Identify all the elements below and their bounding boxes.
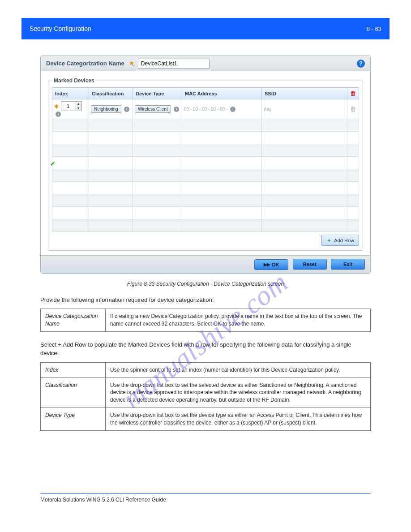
classification-dropdown[interactable]: Neighboring [91, 105, 121, 113]
table-row [52, 169, 359, 182]
edit-pencil-icon[interactable] [50, 161, 56, 167]
figure-caption: Figure 8-33 Security Configuration - Dev… [40, 281, 371, 287]
device-categorization-dialog: Device Categorization Name ? Marked Devi… [40, 56, 371, 274]
exit-label: Exit [343, 262, 352, 267]
param-text: Use the drop-down list box to set the se… [106, 378, 371, 408]
param-text: If creating a new Device Categorization … [106, 309, 371, 332]
footer-left: Motorola Solutions WiNG 5.2.6 CLI Refere… [40, 497, 371, 503]
table-row [52, 207, 359, 219]
table-row [52, 132, 359, 144]
mac-address-input[interactable]: 00 - 00 - 00 - 00 - 00 - [184, 107, 227, 112]
dialog-title-label: Device Categorization Name [46, 60, 124, 67]
param-label: Index [41, 362, 106, 378]
index-input[interactable] [61, 102, 75, 111]
marked-devices-fieldset: Marked Devices Index Classification Devi… [48, 77, 363, 251]
param-text: Use the spinner control to set an index … [106, 362, 371, 378]
table-row [52, 144, 359, 157]
required-star-icon [128, 60, 135, 67]
device-type-dropdown[interactable]: Wireless Client [135, 105, 171, 113]
index-spinner[interactable]: ▲ ▼ [61, 101, 82, 111]
spinner-up-icon[interactable]: ▲ [75, 102, 81, 106]
table-row [52, 157, 359, 169]
col-index[interactable]: Index [52, 88, 89, 99]
info-icon[interactable]: i [56, 112, 61, 117]
ok-button[interactable]: ▶▶ OK [254, 259, 288, 270]
table-row: Classification Use the drop-down list bo… [41, 378, 371, 408]
info-icon[interactable]: i [124, 107, 129, 112]
exit-button[interactable]: Exit [331, 259, 365, 270]
ok-label: OK [272, 262, 279, 267]
marked-devices-table: Index Classification Device Type MAC Add… [52, 87, 359, 232]
param-label: Device Categorization Name [41, 309, 106, 332]
device-categorization-name-input[interactable] [138, 59, 210, 69]
info-icon[interactable]: i [174, 107, 179, 112]
col-classification[interactable]: Classification [89, 88, 133, 99]
table-row [52, 182, 359, 194]
param-text: Use the drop-down list box to set the de… [106, 408, 371, 430]
parameters-table-2: Index Use the spinner control to set an … [40, 362, 371, 431]
banner-title: Security Configuration [30, 25, 367, 32]
plus-icon: ＋ [326, 236, 332, 244]
dialog-footer: ▶▶ OK Reset Exit [41, 255, 370, 273]
table-row: Device Type Use the drop-down list box t… [41, 408, 371, 430]
col-mac[interactable]: MAC Address [182, 88, 262, 99]
play-icon: ▶▶ [264, 262, 270, 267]
reset-button[interactable]: Reset [293, 259, 327, 270]
table-row [52, 194, 359, 207]
page-footer: Motorola Solutions WiNG 5.2.6 CLI Refere… [40, 493, 371, 503]
help-icon[interactable]: ? [357, 60, 365, 68]
param-label: Classification [41, 378, 106, 408]
parameters-table: Device Categorization Name If creating a… [40, 309, 371, 332]
col-delete-all[interactable]: 🗑 [347, 88, 359, 99]
add-row-button[interactable]: ＋ Add Row [321, 235, 359, 246]
after-paragraph: Select + Add Row to populate the Marked … [40, 341, 371, 358]
table-row: Device Categorization Name If creating a… [41, 309, 371, 332]
ssid-input[interactable]: Any [264, 107, 271, 112]
dialog-header: Device Categorization Name ? [41, 56, 370, 71]
trash-row-icon[interactable]: 🗑 [350, 106, 356, 112]
banner-page-number: 8 - 63 [367, 26, 381, 32]
dialog-body: Marked Devices Index Classification Devi… [41, 71, 370, 255]
reset-label: Reset [303, 262, 317, 267]
info-icon[interactable]: i [230, 107, 235, 112]
table-row [52, 119, 359, 132]
page-banner: Security Configuration 8 - 63 [21, 18, 390, 39]
intro-paragraph: Provide the following information requir… [40, 296, 371, 305]
table-row [52, 219, 359, 232]
table-row[interactable]: ✱ ▲ ▼ i [52, 99, 359, 119]
trash-all-icon[interactable]: 🗑 [350, 90, 356, 97]
spinner-down-icon[interactable]: ▼ [75, 106, 81, 111]
table-row: Index Use the spinner control to set an … [41, 362, 371, 378]
param-label: Device Type [41, 408, 106, 430]
col-ssid[interactable]: SSID [262, 88, 347, 99]
col-device-type[interactable]: Device Type [133, 88, 182, 99]
marked-devices-legend: Marked Devices [52, 77, 96, 84]
row-required-star-icon: ✱ [54, 103, 59, 110]
add-row-label: Add Row [334, 238, 354, 243]
